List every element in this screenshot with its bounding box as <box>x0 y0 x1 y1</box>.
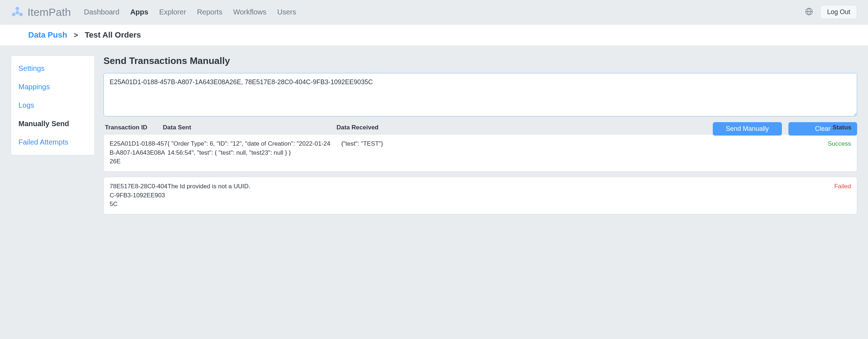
col-status: Status <box>503 124 857 131</box>
nav-users[interactable]: Users <box>277 8 296 16</box>
cell-data-received: {"test": "TEST"} <box>341 140 508 166</box>
globe-icon[interactable] <box>805 8 813 17</box>
cell-data-sent: The Id provided is not a UUID. <box>168 182 341 209</box>
logout-button[interactable]: Log Out <box>820 5 857 19</box>
sidebar-item-mappings[interactable]: Mappings <box>11 78 94 96</box>
nav-dashboard[interactable]: Dashboard <box>84 8 119 16</box>
nav-reports[interactable]: Reports <box>197 8 222 16</box>
breadcrumb: Data Push > Test All Orders <box>0 24 868 46</box>
cell-status: Success <box>508 140 851 166</box>
col-data-received: Data Received <box>336 124 503 131</box>
sidebar-item-failed-attempts[interactable]: Failed Attempts <box>11 133 94 151</box>
nav-workflows[interactable]: Workflows <box>233 8 266 16</box>
page-title: Send Transactions Manually <box>103 55 857 66</box>
cell-transaction-id: 78E517E8-28C0-404C-9FB3-1092EE9035C <box>110 182 168 209</box>
topbar: ItemPath Dashboard Apps Explorer Reports… <box>0 0 868 24</box>
brand[interactable]: ItemPath <box>11 6 71 19</box>
cell-status: Failed <box>508 182 851 209</box>
sidebar-item-logs[interactable]: Logs <box>11 96 94 115</box>
table-row: 78E517E8-28C0-404C-9FB3-1092EE9035C The … <box>103 177 857 214</box>
main-wrap: Settings Mappings Logs Manually Send Fai… <box>0 46 868 230</box>
brand-logo-icon <box>11 6 24 19</box>
content: Send Transactions Manually Send Manually… <box>103 55 857 219</box>
nav-explorer[interactable]: Explorer <box>159 8 186 16</box>
svg-point-2 <box>19 13 23 16</box>
cell-data-received <box>341 182 508 209</box>
breadcrumb-current: Test All Orders <box>85 30 141 39</box>
table-row: E25A01D1-0188-457B-A807-1A643E08A26E { "… <box>103 134 857 172</box>
top-nav: Dashboard Apps Explorer Reports Workflow… <box>84 8 296 16</box>
cell-data-sent: { "Order Type": 6, "ID": "12", "date of … <box>168 140 341 166</box>
col-data-sent: Data Sent <box>163 124 336 131</box>
transactions-input[interactable] <box>103 73 857 116</box>
brand-name: ItemPath <box>27 6 71 18</box>
col-transaction-id: Transaction ID <box>105 124 163 131</box>
sidebar-item-settings[interactable]: Settings <box>11 59 94 78</box>
sidebar-item-manually-send[interactable]: Manually Send <box>11 115 94 133</box>
sidebar: Settings Mappings Logs Manually Send Fai… <box>11 55 95 155</box>
breadcrumb-root-link[interactable]: Data Push <box>28 30 67 39</box>
svg-point-3 <box>16 11 19 14</box>
results-table: Transaction ID Data Sent Data Received S… <box>103 124 857 214</box>
cell-transaction-id: E25A01D1-0188-457B-A807-1A643E08A26E <box>110 140 168 166</box>
svg-point-1 <box>12 13 16 16</box>
topbar-right: Log Out <box>805 5 857 19</box>
nav-apps[interactable]: Apps <box>130 8 148 16</box>
breadcrumb-separator: > <box>74 31 78 39</box>
topbar-left: ItemPath Dashboard Apps Explorer Reports… <box>11 6 296 19</box>
svg-point-0 <box>16 7 19 10</box>
